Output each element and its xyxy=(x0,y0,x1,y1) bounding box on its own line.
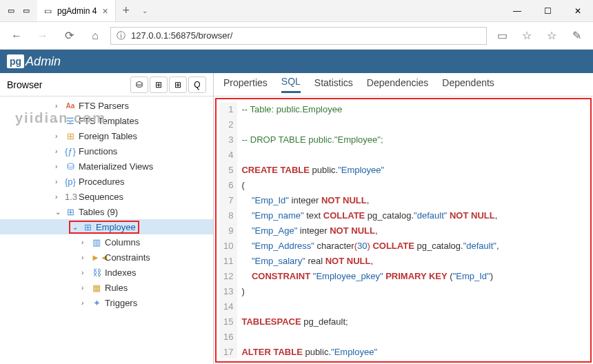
expand-icon[interactable]: › xyxy=(55,148,62,155)
node-label: Indexes xyxy=(105,267,137,278)
node-label: Columns xyxy=(105,237,140,247)
tree-node-rules[interactable]: ›▦Rules xyxy=(0,280,213,295)
node-label: Rules xyxy=(105,283,128,293)
node-label: FTS Templates xyxy=(79,116,139,126)
close-tab-icon[interactable]: × xyxy=(102,6,108,17)
tab-title: pgAdmin 4 xyxy=(57,6,97,16)
tree-node-indexes[interactable]: ›⛓Indexes xyxy=(0,265,213,280)
tree-node-employee[interactable]: ⌄⊞Employee xyxy=(0,219,213,234)
tab-dependents[interactable]: Dependents xyxy=(442,77,494,92)
node-label: Tables (9) xyxy=(79,207,118,217)
node-icon: 1.3 xyxy=(65,192,76,202)
expand-icon[interactable]: › xyxy=(55,193,62,201)
view-data-button[interactable]: ⊞ xyxy=(150,77,168,93)
browser-panel-title: Browser xyxy=(7,79,130,90)
node-label: Triggers xyxy=(105,298,137,308)
maximize-button[interactable]: ☐ xyxy=(532,0,563,22)
node-icon: ⊞ xyxy=(65,207,76,217)
node-label: Foreign Tables xyxy=(79,131,137,141)
pg-logo-icon: pg xyxy=(7,54,24,68)
minimize-button[interactable]: — xyxy=(502,0,532,22)
tab-more-icon[interactable]: ⌄ xyxy=(137,7,153,14)
expand-icon[interactable]: › xyxy=(55,132,62,140)
tab-sql[interactable]: SQL xyxy=(281,76,301,93)
line-gutter: 123456789101112131415161718 xyxy=(219,102,237,358)
tree-node-fts-templates[interactable]: ›☰FTS Templates xyxy=(0,113,213,128)
browser-tab-strip: ▭ pgAdmin 4 × + ⌄ xyxy=(37,0,153,21)
back-button[interactable]: ← xyxy=(6,25,28,47)
tree-node-tables-9-[interactable]: ⌄⊞Tables (9) xyxy=(0,204,213,219)
tree-node-sequences[interactable]: ›1.3Sequences xyxy=(0,189,213,204)
node-icon: {ƒ} xyxy=(65,146,76,156)
browser-header-buttons: ⛁ ⊞ ⊞ Q xyxy=(130,77,206,93)
cascade-icon: ▭ xyxy=(4,4,18,18)
node-icon: ⛁ xyxy=(65,161,76,172)
search-button[interactable]: Q xyxy=(188,77,206,93)
pgadmin-logo[interactable]: pg Admin xyxy=(7,54,61,69)
browser-panel: Browser ⛁ ⊞ ⊞ Q yiidian.com ›AaFTS Parse… xyxy=(0,73,214,364)
content-tabs: PropertiesSQLStatisticsDependenciesDepen… xyxy=(214,73,593,97)
app-icons: ▭ ▭ xyxy=(0,4,33,18)
expand-icon[interactable]: › xyxy=(81,239,88,246)
node-label: Procedures xyxy=(79,176,124,187)
favorite-icon[interactable]: ☆ xyxy=(516,25,538,47)
window-controls: — ☐ ✕ xyxy=(502,0,593,22)
tree-node-constraints[interactable]: ›►◄Constraints xyxy=(0,250,213,265)
expand-icon[interactable]: ⌄ xyxy=(55,208,62,216)
node-icon: ►◄ xyxy=(91,252,102,263)
node-label: FTS Parsers xyxy=(79,101,129,111)
refresh-button[interactable]: ⟳ xyxy=(58,25,80,47)
url-text: 127.0.0.1:56875/browser/ xyxy=(131,30,232,41)
site-info-icon: ⓘ xyxy=(117,30,125,42)
content-panel: PropertiesSQLStatisticsDependenciesDepen… xyxy=(214,73,593,364)
home-button[interactable]: ⌂ xyxy=(84,25,106,47)
tree-node-columns[interactable]: ›▥Columns xyxy=(0,234,213,250)
tree-node-procedures[interactable]: ›{p}Procedures xyxy=(0,174,213,189)
tab-properties[interactable]: Properties xyxy=(223,77,268,92)
node-icon: ▥ xyxy=(91,237,102,247)
main-split: Browser ⛁ ⊞ ⊞ Q yiidian.com ›AaFTS Parse… xyxy=(0,73,593,364)
tree-node-materialized-views[interactable]: ›⛁Materialized Views xyxy=(0,159,213,174)
node-icon: ☰ xyxy=(65,116,76,126)
expand-icon[interactable]: › xyxy=(81,299,88,307)
close-window-button[interactable]: ✕ xyxy=(563,0,593,22)
url-field[interactable]: ⓘ 127.0.0.1:56875/browser/ xyxy=(110,27,487,45)
tree-node-fts-parsers[interactable]: ›AaFTS Parsers xyxy=(0,98,213,113)
query-tool-button[interactable]: ⛁ xyxy=(130,77,148,93)
node-icon: ⛓ xyxy=(91,267,102,278)
object-tree[interactable]: yiidian.com ›AaFTS Parsers›☰FTS Template… xyxy=(0,97,213,364)
reading-view-icon[interactable]: ▭ xyxy=(491,25,513,47)
tab-dependencies[interactable]: Dependencies xyxy=(367,77,429,92)
node-icon: ⊞ xyxy=(65,131,76,141)
filter-button[interactable]: ⊞ xyxy=(169,77,187,93)
expand-icon[interactable]: › xyxy=(55,117,62,125)
expand-icon[interactable]: › xyxy=(81,269,88,276)
sql-code[interactable]: -- Table: public.Employee -- DROP TABLE … xyxy=(237,102,499,358)
new-tab-button[interactable]: + xyxy=(116,3,137,18)
sql-editor-highlighted: 123456789101112131415161718 -- Table: pu… xyxy=(215,98,592,363)
tab-statistics[interactable]: Statistics xyxy=(314,77,353,92)
tab-page-icon: ▭ xyxy=(44,6,52,16)
tree-node-foreign-tables[interactable]: ›⊞Foreign Tables xyxy=(0,128,213,143)
sql-editor[interactable]: 123456789101112131415161718 -- Table: pu… xyxy=(219,102,587,358)
expand-icon[interactable]: › xyxy=(55,178,62,185)
favorites-list-icon[interactable]: ☆ xyxy=(541,25,563,47)
node-icon: Aa xyxy=(65,102,76,110)
browser-address-bar: ← → ⟳ ⌂ ⓘ 127.0.0.1:56875/browser/ ▭ ☆ ☆… xyxy=(0,22,593,50)
tree-node-triggers[interactable]: ›✦Triggers xyxy=(0,295,213,310)
expand-icon[interactable]: › xyxy=(55,163,62,170)
browser-tab-active[interactable]: ▭ pgAdmin 4 × xyxy=(37,0,116,21)
expand-icon[interactable]: › xyxy=(81,284,88,292)
expand-icon[interactable]: › xyxy=(55,102,62,110)
forward-button[interactable]: → xyxy=(32,25,54,47)
expand-icon[interactable]: › xyxy=(81,254,88,261)
node-icon: ▦ xyxy=(91,283,102,293)
node-icon: {p} xyxy=(65,176,76,187)
node-label: Sequences xyxy=(79,192,123,202)
expand-icon[interactable]: ⌄ xyxy=(72,223,79,231)
tree-node-functions[interactable]: ›{ƒ}Functions xyxy=(0,143,213,159)
notes-icon[interactable]: ✎ xyxy=(565,25,587,47)
node-label: Employee xyxy=(96,222,136,232)
node-icon: ⊞ xyxy=(82,222,93,232)
node-label: Materialized Views xyxy=(79,161,153,172)
